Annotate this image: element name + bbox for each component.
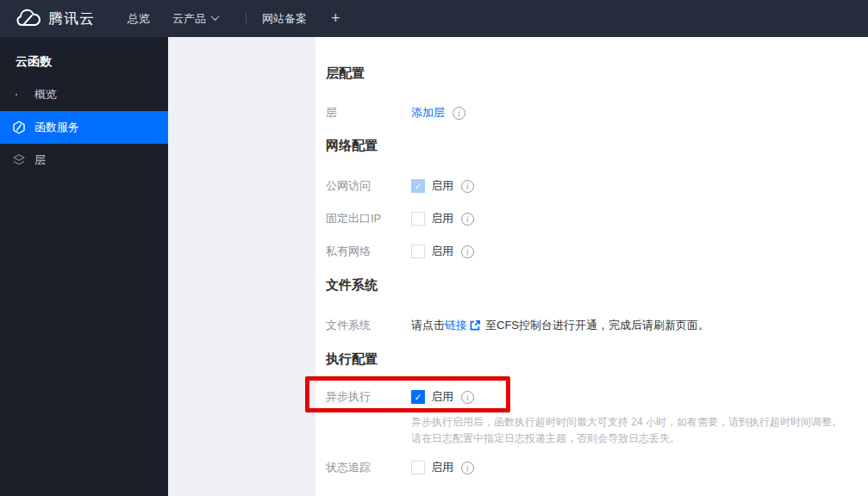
section-heading-network-config: 网络配置 <box>326 138 378 154</box>
nav-item-overview-label: 总览 <box>128 11 150 27</box>
layer-row: 层 添加层 i <box>326 104 859 121</box>
chevron-down-icon <box>211 12 220 21</box>
fixed-ip-checkbox[interactable] <box>411 212 425 226</box>
help-line-2: 请在日志配置中指定日志投递主题，否则会导致日志丢失。 <box>411 431 859 447</box>
top-navbar: 腾讯云 总览 云产品 网站备案 + <box>0 0 868 37</box>
brand-name: 腾讯云 <box>48 9 95 28</box>
function-icon <box>12 121 26 134</box>
fixed-ip-enable-text: 启用 <box>431 211 453 226</box>
page: 腾讯云 总览 云产品 网站备案 + 云函数 概览 <box>0 0 868 496</box>
sidebar-item-function-service[interactable]: 函数服务 <box>0 111 168 144</box>
info-icon[interactable]: i <box>461 245 474 258</box>
layers-icon <box>12 153 26 167</box>
filesystem-row: 文件系统 请点击 链接 至CFS控制台进行开通，完成后请刷新页面。 <box>326 317 859 334</box>
public-access-label: 公网访问 <box>326 178 411 194</box>
grid-icon <box>12 88 26 102</box>
sidebar-title: 云函数 <box>0 37 168 78</box>
status-tracking-checkbox[interactable] <box>411 461 425 474</box>
async-execution-row: 异步执行 ✓ 启用 i <box>326 388 859 406</box>
public-access-checkbox: ✓ <box>411 179 425 193</box>
help-line-1: 异步执行启用后，函数执行超时时间最大可支持 24 小时，如有需要，请到执行超时时… <box>411 414 859 431</box>
async-execution-label: 异步执行 <box>326 389 411 405</box>
section-heading-execution-config: 执行配置 <box>326 351 378 368</box>
external-link-icon[interactable] <box>469 319 481 332</box>
sidebar: 云函数 概览 函数服务 层 <box>0 37 168 496</box>
vpc-enable-text: 启用 <box>431 244 453 259</box>
nav-item-cloud-products-label: 云产品 <box>172 11 206 27</box>
nav-item-overview[interactable]: 总览 <box>128 11 150 27</box>
vpc-row: 私有网络 启用 i <box>326 243 859 260</box>
info-icon[interactable]: i <box>461 213 474 226</box>
vpc-label: 私有网络 <box>326 244 411 259</box>
add-tab-button[interactable]: + <box>331 9 340 28</box>
tencent-cloud-logo-icon <box>14 9 41 29</box>
section-heading-filesystem: 文件系统 <box>326 277 378 294</box>
info-icon[interactable]: i <box>461 462 474 474</box>
sidebar-item-overview[interactable]: 概览 <box>0 78 168 111</box>
fixed-ip-row: 固定出口IP 启用 i <box>326 210 859 227</box>
nav-divider <box>246 12 247 25</box>
nav-item-cloud-products[interactable]: 云产品 <box>172 11 218 27</box>
info-icon[interactable]: i <box>461 180 474 193</box>
fixed-ip-label: 固定出口IP <box>326 211 411 226</box>
info-icon[interactable]: i <box>461 391 474 404</box>
filesystem-label: 文件系统 <box>326 318 411 333</box>
public-access-enable-text: 启用 <box>431 178 453 194</box>
section-heading-layer-config: 层配置 <box>326 65 365 82</box>
cfs-console-link[interactable]: 链接 <box>445 318 467 333</box>
nav-item-icp-filing[interactable]: 网站备案 <box>262 11 307 27</box>
plus-icon: + <box>331 9 340 28</box>
public-access-row: 公网访问 ✓ 启用 i <box>326 177 859 195</box>
settings-panel: 层配置 层 添加层 i 网络配置 公网访问 ✓ 启用 i 固定出口IP 启用 i… <box>315 37 868 496</box>
nav-item-icp-filing-label: 网站备案 <box>262 11 307 27</box>
sidebar-item-layers[interactable]: 层 <box>0 144 168 177</box>
filesystem-text-before: 请点击 <box>411 318 445 333</box>
check-icon: ✓ <box>414 182 422 191</box>
status-tracking-label: 状态追踪 <box>326 460 411 475</box>
layer-label: 层 <box>326 105 411 121</box>
status-tracking-enable-text: 启用 <box>431 460 453 475</box>
async-execution-help-text: 异步执行启用后，函数执行超时时间最大可支持 24 小时，如有需要，请到执行超时时… <box>411 414 859 447</box>
sidebar-item-overview-label: 概览 <box>34 87 57 102</box>
filesystem-text-after: 至CFS控制台进行开通，完成后请刷新页面。 <box>485 318 709 333</box>
sidebar-item-function-service-label: 函数服务 <box>34 120 79 135</box>
brand[interactable]: 腾讯云 <box>14 9 95 29</box>
async-execution-enable-text: 启用 <box>431 389 453 405</box>
sidebar-item-layers-label: 层 <box>34 152 46 168</box>
vpc-checkbox[interactable] <box>411 245 425 258</box>
secondary-panel <box>168 37 315 496</box>
add-layer-link[interactable]: 添加层 <box>411 105 445 121</box>
async-execution-checkbox[interactable]: ✓ <box>411 390 425 404</box>
status-tracking-row: 状态追踪 启用 i <box>326 459 859 476</box>
info-icon[interactable]: i <box>453 107 465 120</box>
check-icon: ✓ <box>414 393 422 402</box>
